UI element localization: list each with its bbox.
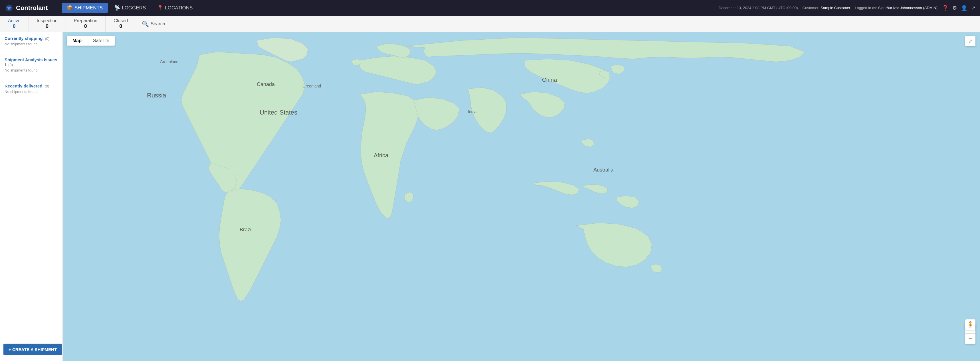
tab-closed[interactable]: Closed 0	[105, 16, 136, 32]
tab-preparation-label: Preparation	[74, 18, 97, 23]
recently-delivered-section: Recently delivered (0) No shipments foun…	[0, 79, 62, 98]
analysis-issues-section: Shipment Analysis Issues ℹ (0) No shipme…	[0, 53, 62, 77]
map-container: Map Satellite ⤢	[63, 32, 980, 361]
map-toggle-map[interactable]: Map	[67, 36, 87, 46]
svg-text:Greenland: Greenland	[302, 84, 321, 88]
svg-text:Canada: Canada	[257, 81, 275, 87]
tab-preparation[interactable]: Preparation 0	[66, 16, 106, 32]
svg-text:Australia: Australia	[593, 167, 614, 173]
logo-icon	[5, 3, 14, 13]
search-label: Search	[151, 21, 165, 27]
locations-icon: 📍	[157, 5, 163, 11]
map-expand-button[interactable]: ⤢	[965, 36, 975, 46]
recently-delivered-count: (0)	[45, 84, 49, 88]
shipments-icon: 📦	[67, 5, 73, 11]
map-toggle: Map Satellite	[67, 36, 115, 46]
nav-shipments[interactable]: 📦 SHIPMENTS	[62, 3, 108, 13]
svg-text:Russia: Russia	[147, 92, 166, 99]
analysis-issues-count: (0)	[8, 63, 13, 67]
tab-inspection-count: 0	[46, 23, 48, 29]
divider-2	[0, 78, 62, 78]
tab-search[interactable]: 🔍 Search	[136, 16, 171, 32]
pegman-control[interactable]: 🧍	[965, 320, 975, 330]
tab-inspection-label: Inspection	[37, 18, 57, 23]
help-icon[interactable]: ❓	[942, 5, 948, 11]
svg-text:India: India	[468, 109, 477, 114]
zoom-out-button[interactable]: −	[965, 334, 975, 344]
svg-text:Africa: Africa	[374, 152, 388, 158]
svg-text:Greenland: Greenland	[160, 60, 178, 64]
nav-loggers[interactable]: 📡 LOGGERS	[109, 3, 151, 13]
currently-shipping-title: Currently shipping (0)	[5, 36, 58, 41]
tab-active-label: Active	[8, 18, 21, 23]
user-icon[interactable]: 👤	[961, 5, 967, 11]
external-link-icon[interactable]: ↗	[971, 5, 975, 11]
nav-icons: ❓ ⚙ 👤 ↗	[942, 5, 975, 11]
currently-shipping-empty: No shipments found	[5, 42, 58, 46]
tab-closed-count: 0	[119, 23, 122, 29]
logged-in-label: Logged in as: Sigurður Þór Jóhannesson (…	[855, 6, 937, 10]
main-layout: Currently shipping (0) No shipments foun…	[0, 32, 980, 361]
analysis-issues-title: Shipment Analysis Issues ℹ (0)	[5, 57, 58, 67]
tab-active-count: 0	[13, 23, 16, 29]
info-icon: ℹ	[5, 63, 6, 67]
tab-preparation-count: 0	[84, 23, 87, 29]
nav-pills: 📦 SHIPMENTS 📡 LOGGERS 📍 LOCATIONS	[62, 3, 198, 13]
divider-1	[0, 52, 62, 52]
recently-delivered-title: Recently delivered (0)	[5, 84, 58, 88]
analysis-issues-empty: No shipments found	[5, 68, 58, 72]
top-navigation: Controlant 📦 SHIPMENTS 📡 LOGGERS 📍 LOCAT…	[0, 0, 980, 16]
svg-text:China: China	[542, 77, 557, 83]
currently-shipping-count: (0)	[45, 36, 49, 41]
nav-locations[interactable]: 📍 LOCATIONS	[152, 3, 198, 13]
tab-inspection[interactable]: Inspection 0	[29, 16, 66, 32]
svg-text:Brazil: Brazil	[240, 227, 253, 233]
tab-active[interactable]: Active 0	[0, 16, 29, 32]
tab-closed-label: Closed	[113, 18, 128, 23]
search-icon: 🔍	[142, 21, 149, 27]
loggers-icon: 📡	[114, 5, 120, 11]
svg-text:United States: United States	[259, 109, 297, 116]
sidebar: Currently shipping (0) No shipments foun…	[0, 32, 63, 361]
settings-icon[interactable]: ⚙	[952, 5, 957, 11]
datetime-display: December 13, 2024 2:08 PM GMT (UTC+00:00…	[719, 6, 798, 10]
status-bar: Active 0 Inspection 0 Preparation 0 Clos…	[0, 16, 980, 32]
recently-delivered-empty: No shipments found	[5, 89, 58, 94]
logo-text: Controlant	[16, 4, 48, 12]
customer-label: Customer: Sample Customer	[803, 6, 851, 10]
world-map[interactable]: Russia United States Canada Brazil Afric…	[63, 32, 980, 361]
map-toggle-satellite[interactable]: Satellite	[87, 36, 115, 46]
currently-shipping-section: Currently shipping (0) No shipments foun…	[0, 32, 62, 51]
create-shipment-button[interactable]: + CREATE A SHIPMENT	[3, 344, 62, 355]
nav-right-area: December 13, 2024 2:08 PM GMT (UTC+00:00…	[719, 5, 975, 11]
logo: Controlant	[5, 3, 56, 13]
